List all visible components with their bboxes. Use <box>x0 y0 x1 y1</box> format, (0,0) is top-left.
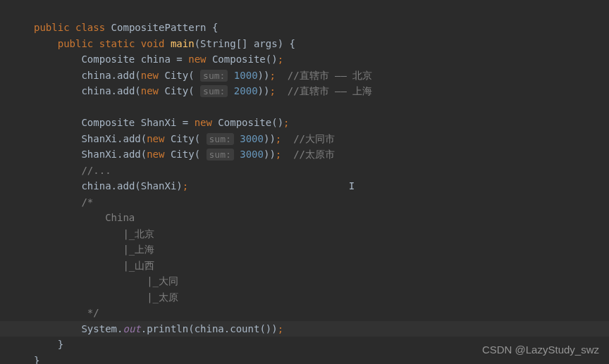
var: china <box>141 54 171 65</box>
paren: )) <box>264 133 276 144</box>
brace: } <box>34 355 39 365</box>
paren: ( <box>188 70 194 81</box>
paren: )) <box>264 149 276 160</box>
paren: ( <box>195 133 200 144</box>
code-line: ShanXi.add(new City( sum: 3000)); //大同市 <box>34 131 609 147</box>
method: add <box>123 149 140 160</box>
paren: ( <box>195 149 200 160</box>
method: add <box>117 85 135 96</box>
param-hint: sum: <box>200 70 228 82</box>
class-ref: System <box>81 323 117 334</box>
ctor: City <box>165 85 189 96</box>
code-line: china.add(new City( sum: 1000)); //直辖市 —… <box>34 68 609 84</box>
comment: |_山西 <box>81 260 154 271</box>
comment: China <box>81 212 135 223</box>
number: 2000 <box>234 85 258 96</box>
number: 3000 <box>240 133 264 144</box>
code-line: */ <box>34 305 609 321</box>
paren: (china. <box>188 323 230 334</box>
paren: ( <box>141 149 147 160</box>
comment: |_北京 <box>81 228 154 239</box>
method: count <box>230 323 259 334</box>
brace: { <box>212 22 218 33</box>
comment: |_上海 <box>81 244 154 255</box>
code-line: public class CompositePattern { <box>34 20 609 36</box>
code-line: ShanXi.add(new City( sum: 3000)); //太原市 <box>34 146 609 163</box>
static-field: out <box>123 323 140 334</box>
paren: ()) <box>259 323 277 334</box>
var: ShanXi <box>141 117 177 128</box>
code-line: china.add(new City( sum: 2000)); //直辖市 —… <box>34 83 609 99</box>
semicolon: ; <box>269 85 275 96</box>
paren: )) <box>258 70 270 81</box>
cursor-icon: I <box>349 180 355 192</box>
paren: ( <box>188 85 194 96</box>
code-editor[interactable]: public class CompositePattern { public s… <box>0 0 609 364</box>
brace: } <box>58 339 63 350</box>
class-name: CompositePattern <box>111 22 207 33</box>
number: 3000 <box>240 149 264 160</box>
paren: ( <box>135 85 140 96</box>
semicolon: ; <box>278 323 283 334</box>
type: Composite <box>81 54 135 65</box>
keyword: new <box>188 54 206 65</box>
ctor: City <box>165 70 189 81</box>
comment: //直辖市 —— 北京 <box>276 70 372 81</box>
params: (String[] args) <box>195 38 283 49</box>
comment: |_大同 <box>81 275 178 287</box>
semicolon: ; <box>278 54 283 65</box>
code-line: /* <box>34 194 609 211</box>
dot: . <box>111 180 117 192</box>
type: Composite <box>81 117 135 128</box>
paren: ( <box>141 133 147 144</box>
keyword: new <box>141 85 159 96</box>
number: 1000 <box>234 70 258 81</box>
code-line: |_上海 <box>34 241 609 258</box>
semicolon: ; <box>269 70 275 81</box>
code-line: public static void main(String[] args) { <box>34 36 609 52</box>
comment: */ <box>81 307 99 318</box>
keyword: new <box>141 70 159 81</box>
comment: //直辖市 —— 上海 <box>276 85 372 96</box>
method-name: main <box>171 38 195 49</box>
var: china <box>81 180 111 192</box>
keyword: new <box>195 117 212 128</box>
code-line: //... <box>34 163 609 179</box>
code-line: |_北京 <box>34 226 609 242</box>
comment: //太原市 <box>281 149 335 160</box>
comment: /* <box>81 196 93 208</box>
keyword: public <box>58 38 94 49</box>
ctor: City <box>171 133 195 144</box>
var: ShanXi <box>81 149 117 160</box>
method: add <box>117 180 135 192</box>
param-hint: sum: <box>200 85 228 97</box>
op: = <box>183 117 188 128</box>
method: println <box>147 323 188 334</box>
param-hint: sum: <box>207 149 234 161</box>
code-line: Composite china = new Composite(); <box>34 51 609 68</box>
op: = <box>176 54 182 65</box>
var: china <box>81 85 111 96</box>
comment: //... <box>81 165 111 176</box>
keyword: public <box>34 22 70 33</box>
dot: . <box>111 70 117 81</box>
code-line: Composite ShanXi = new Composite(); <box>34 115 609 131</box>
ctor: Composite() <box>218 117 283 128</box>
code-line: |_山西 <box>34 258 609 274</box>
param-hint: sum: <box>207 133 234 145</box>
method: add <box>117 70 135 81</box>
semicolon: ; <box>283 117 289 128</box>
comment: //大同市 <box>281 133 335 144</box>
keyword: void <box>141 38 165 49</box>
code-line: |_大同 <box>34 273 609 289</box>
method: add <box>123 133 140 144</box>
keyword: static <box>99 38 135 49</box>
dot: . <box>141 323 147 334</box>
paren: )) <box>258 85 270 96</box>
var: ShanXi <box>81 133 117 144</box>
paren: (ShanXi) <box>135 180 182 192</box>
code-line <box>34 99 609 115</box>
code-line: china.add(ShanXi); I <box>34 178 609 194</box>
ctor: City <box>171 149 195 160</box>
keyword: class <box>75 22 105 33</box>
